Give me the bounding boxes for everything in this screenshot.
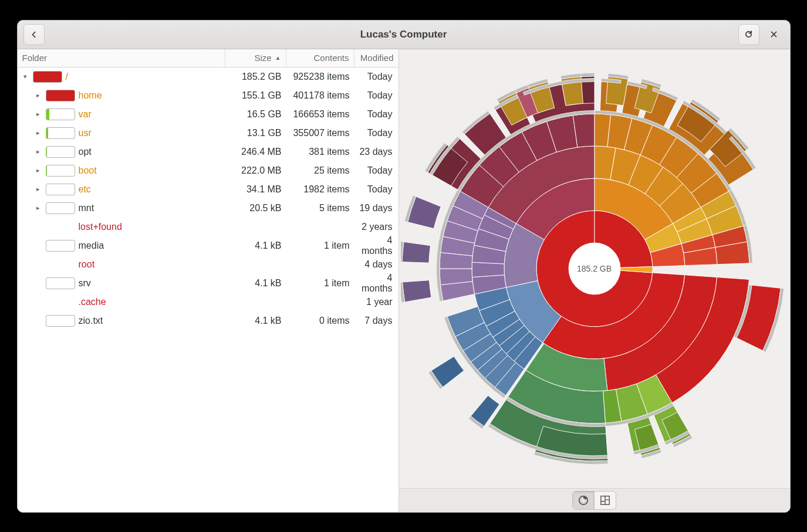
chevron-left-icon	[30, 31, 38, 39]
cell-modified: 19 days	[354, 203, 399, 214]
cell-modified: 4 days	[354, 259, 399, 270]
size-bar	[46, 127, 75, 139]
refresh-icon	[744, 30, 753, 39]
ring-chart[interactable]: 185.2 GB	[399, 49, 790, 488]
cell-contents: 355007 items	[286, 128, 354, 138]
chart-panel: 185.2 GB	[399, 49, 790, 512]
svg-point-2	[582, 499, 585, 502]
rings-view-button[interactable]	[573, 492, 594, 509]
cell-modified: Today	[354, 109, 399, 120]
column-size[interactable]: Size ▲	[225, 49, 286, 67]
cell-modified: Today	[354, 72, 399, 82]
folder-name: mnt	[79, 203, 94, 214]
content-pane: Folder Size ▲ Contents Modified ▾/185.2 …	[18, 49, 790, 512]
expander-icon[interactable]: ▸	[34, 185, 42, 193]
expander-icon[interactable]: ▸	[34, 110, 42, 118]
folder-name: opt	[79, 147, 92, 157]
folder-name: .cache	[79, 297, 106, 307]
table-row[interactable]: ▸usr13.1 GB355007 itemsToday	[18, 124, 399, 143]
cell-contents: 1 item	[286, 278, 354, 289]
expander-icon[interactable]: ▸	[34, 204, 42, 212]
cell-size: 4.1 kB	[225, 278, 286, 289]
table-row[interactable]: ▸boot222.0 MB25 itemsToday	[18, 161, 399, 180]
rings-icon	[578, 495, 589, 506]
cell-contents: 381 items	[286, 147, 354, 157]
chart-type-toggle	[572, 491, 616, 510]
folder-tree-panel: Folder Size ▲ Contents Modified ▾/185.2 …	[18, 49, 399, 512]
folder-tree[interactable]: ▾/185.2 GB925238 itemsToday▸home155.1 GB…	[18, 67, 399, 512]
table-row[interactable]: media4.1 kB1 item4 months	[18, 236, 399, 255]
table-row[interactable]: ▸etc34.1 MB1982 itemsToday	[18, 180, 399, 199]
table-row[interactable]: root4 days	[18, 255, 399, 274]
cell-modified: Today	[354, 90, 399, 101]
table-row[interactable]: lost+found2 years	[18, 218, 399, 236]
svg-point-0	[569, 243, 620, 294]
folder-name: zio.txt	[79, 316, 103, 326]
cell-size: 16.5 GB	[225, 109, 286, 120]
cell-modified: 1 year	[354, 297, 399, 307]
column-modified-label: Modified	[360, 53, 394, 63]
table-row[interactable]: ▸var16.5 GB166653 itemsToday	[18, 105, 399, 124]
cell-modified: 4 months	[354, 273, 399, 294]
cell-modified: 2 years	[354, 222, 399, 232]
cell-size: 246.4 MB	[225, 147, 286, 157]
column-modified[interactable]: Modified	[354, 49, 399, 67]
size-bar	[46, 90, 75, 101]
folder-name: root	[79, 259, 95, 270]
table-row[interactable]: .cache1 year	[18, 293, 399, 311]
expander-icon[interactable]: ▾	[21, 73, 29, 80]
cell-contents: 401178 items	[286, 90, 354, 101]
expander-icon[interactable]: ▸	[34, 92, 42, 99]
header-bar: Lucas's Computer	[18, 21, 790, 49]
close-icon	[770, 31, 778, 38]
back-button[interactable]	[23, 24, 45, 45]
folder-name: srv	[79, 278, 91, 289]
cell-size: 20.5 kB	[225, 203, 286, 214]
folder-name: home	[79, 90, 102, 101]
size-bar	[46, 165, 75, 177]
cell-contents: 1982 items	[286, 184, 354, 195]
table-row[interactable]: ▸home155.1 GB401178 itemsToday	[18, 86, 399, 105]
table-row[interactable]: srv4.1 kB1 item4 months	[18, 274, 399, 293]
table-row[interactable]: ▾/185.2 GB925238 itemsToday	[18, 67, 399, 86]
cell-size: 4.1 kB	[225, 316, 286, 326]
cell-size: 34.1 MB	[225, 184, 286, 195]
table-row[interactable]: ▸mnt20.5 kB5 items19 days	[18, 199, 399, 218]
table-row[interactable]: ▸opt246.4 MB381 items23 days	[18, 143, 399, 161]
close-button[interactable]	[764, 25, 784, 45]
expander-icon[interactable]: ▸	[34, 167, 42, 174]
cell-contents: 0 items	[286, 316, 354, 326]
cell-size: 155.1 GB	[225, 90, 286, 101]
size-bar	[46, 240, 75, 252]
folder-name: media	[79, 240, 104, 251]
rescan-button[interactable]	[738, 24, 759, 45]
cell-size: 222.0 MB	[225, 165, 286, 176]
column-folder[interactable]: Folder	[18, 49, 225, 67]
size-bar	[46, 202, 75, 214]
window-title: Lucas's Computer	[18, 29, 790, 40]
column-contents[interactable]: Contents	[286, 49, 354, 67]
cell-contents: 25 items	[286, 165, 354, 176]
cell-contents: 5 items	[286, 203, 354, 214]
column-folder-label: Folder	[22, 53, 48, 63]
cell-contents: 925238 items	[286, 72, 354, 82]
folder-name: var	[79, 109, 92, 120]
column-headers: Folder Size ▲ Contents Modified	[18, 49, 399, 67]
table-row[interactable]: zio.txt4.1 kB0 items7 days	[18, 311, 399, 330]
cell-contents: 166653 items	[286, 109, 354, 120]
cell-modified: Today	[354, 128, 399, 138]
folder-name: usr	[79, 128, 92, 138]
expander-icon[interactable]: ▸	[34, 148, 42, 155]
treemap-view-button[interactable]	[594, 492, 616, 509]
expander-icon[interactable]: ▸	[34, 129, 42, 137]
folder-name: lost+found	[79, 222, 122, 232]
column-contents-label: Contents	[313, 53, 349, 63]
cell-contents: 1 item	[286, 240, 354, 251]
cell-size: 4.1 kB	[225, 240, 286, 251]
cell-size: 185.2 GB	[225, 72, 286, 82]
app-window: Lucas's Computer Folder Size ▲	[17, 20, 791, 513]
cell-modified: Today	[354, 165, 399, 176]
cell-modified: Today	[354, 184, 399, 195]
size-bar	[46, 315, 75, 327]
cell-modified: 7 days	[354, 316, 399, 326]
